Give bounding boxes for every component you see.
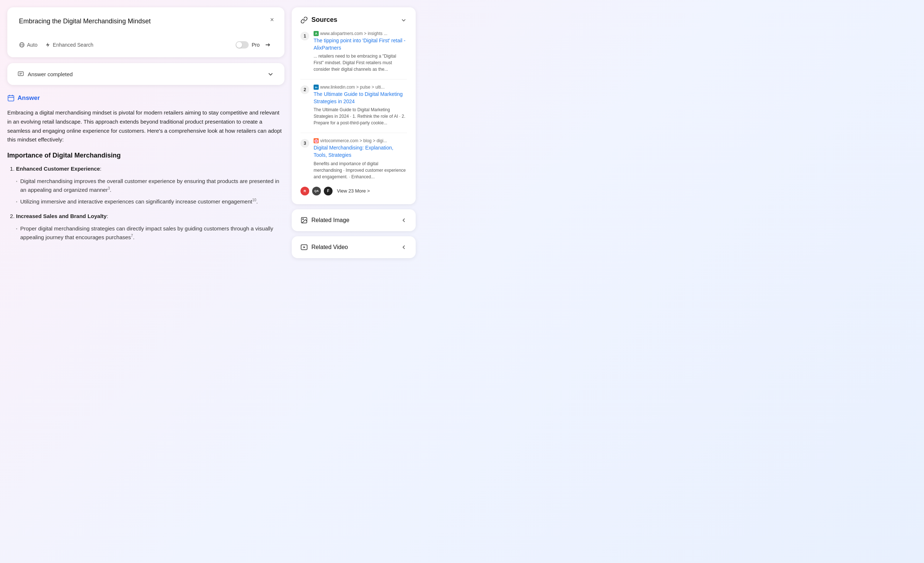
source-number-1: 1	[300, 32, 309, 41]
pro-toggle[interactable]	[236, 41, 249, 48]
source-item-1: 1 A www.alixpartners.com > insights ... …	[300, 31, 407, 72]
search-toolbar: Auto Enhanced Search Pro	[19, 40, 273, 50]
source-domain-3: 🌸 virtocommerce.com > blog > digi...	[314, 138, 407, 143]
source-favicon-1: A	[314, 31, 319, 36]
chevron-down-sources-icon[interactable]	[400, 17, 407, 23]
avatar-red: R	[300, 187, 309, 195]
source-favicon-2: in	[314, 85, 319, 90]
sub-bullets-2: Proper digital merchandising strategies …	[16, 224, 284, 242]
svg-marker-11	[303, 246, 305, 248]
source-snippet-2: The Ultimate Guide to Digital Marketing …	[314, 107, 407, 126]
sources-title: Sources	[311, 16, 337, 24]
list-item: Increased Sales and Brand Loyalty: Prope…	[16, 212, 284, 242]
enhanced-search-label: Enhanced Search	[53, 42, 93, 48]
avatar-f: F	[324, 187, 333, 195]
search-card: Embracing the Digital Merchandising Mind…	[7, 7, 284, 57]
chevron-down-icon	[267, 71, 274, 78]
source-content-1: A www.alixpartners.com > insights ... Th…	[314, 31, 407, 72]
view-more-link[interactable]: View 23 More >	[337, 188, 370, 194]
sidebar: Sources 1 A www.alixpartners.com > insig…	[292, 7, 416, 556]
source-number-2: 2	[300, 85, 309, 94]
lightning-icon	[45, 42, 51, 48]
source-link-3[interactable]: Digital Merchandising: Explanation, Tool…	[314, 144, 407, 159]
source-domain-1: A www.alixpartners.com > insights ...	[314, 31, 407, 36]
answer-section: Answer Embracing a digital merchandising…	[7, 91, 284, 245]
related-image-label: Related Image	[311, 217, 350, 224]
image-icon	[300, 216, 308, 224]
citation-7: 7	[131, 234, 133, 238]
search-card-wrapper: Embracing the Digital Merchandising Mind…	[7, 7, 284, 57]
source-snippet-1: ... retailers need to be embracing a "Di…	[314, 53, 407, 72]
answer-completed-card[interactable]: Answer completed	[7, 63, 284, 85]
list-item: Proper digital merchandising strategies …	[16, 224, 284, 242]
link-icon	[300, 17, 308, 24]
citation-3: 3	[108, 186, 110, 190]
answer-completed-left: Answer completed	[18, 71, 73, 77]
avatar-qa: QA	[312, 187, 321, 195]
related-video-left: Related Video	[300, 243, 348, 251]
source-link-1[interactable]: The tipping point into 'Digital First' r…	[314, 37, 407, 51]
source-item-2: 2 in www.linkedin.com > pulse > ulti... …	[300, 85, 407, 126]
source-domain-2: in www.linkedin.com > pulse > ulti...	[314, 85, 407, 90]
related-video-card[interactable]: Related Video	[292, 236, 416, 258]
main-content: Embracing the Digital Merchandising Mind…	[7, 7, 284, 556]
related-image-left: Related Image	[300, 216, 350, 224]
chevron-left-related-image-icon	[400, 217, 407, 224]
source-divider-1	[300, 79, 407, 80]
citation-10: 10	[252, 198, 256, 202]
related-video-label: Related Video	[311, 244, 348, 251]
item-title-2: Increased Sales and Brand Loyalty	[16, 213, 106, 219]
list-item: Digital merchandising improves the overa…	[16, 177, 284, 194]
sources-header: Sources	[300, 16, 407, 24]
auto-mode-button[interactable]: Auto	[19, 42, 38, 48]
message-icon	[18, 71, 24, 77]
arrow-button[interactable]	[262, 40, 273, 50]
answer-h2: Importance of Digital Merchandising	[7, 152, 284, 159]
pro-toggle-area: Pro	[236, 40, 273, 50]
auto-label: Auto	[27, 42, 38, 48]
svg-rect-3	[18, 72, 23, 76]
pro-label: Pro	[252, 42, 260, 48]
list-item: Enhanced Customer Experience: Digital me…	[16, 164, 284, 206]
svg-point-9	[303, 218, 304, 219]
view-more-row: R QA F View 23 More >	[300, 187, 407, 195]
source-content-2: in www.linkedin.com > pulse > ulti... Th…	[314, 85, 407, 126]
enhanced-search-button[interactable]: Enhanced Search	[45, 42, 93, 48]
answer-intro: Embracing a digital merchandising mindse…	[7, 108, 284, 144]
list-item: Utilizing immersive and interactive expe…	[16, 197, 284, 206]
answer-list: Enhanced Customer Experience: Digital me…	[7, 164, 284, 242]
sources-card: Sources 1 A www.alixpartners.com > insig…	[292, 7, 416, 204]
video-icon	[300, 243, 308, 251]
answer-label: Answer	[7, 95, 284, 102]
item-title-1: Enhanced Customer Experience	[16, 165, 100, 172]
sub-bullets-1: Digital merchandising improves the overa…	[16, 177, 284, 206]
source-item-3: 3 🌸 virtocommerce.com > blog > digi... D…	[300, 138, 407, 180]
chevron-left-related-video-icon	[400, 244, 407, 251]
svg-rect-4	[8, 96, 14, 101]
calendar-icon	[7, 95, 15, 102]
close-button[interactable]: ×	[267, 15, 277, 25]
source-snippet-3: Benefits and importance of digital merch…	[314, 161, 407, 180]
answer-completed-label: Answer completed	[28, 71, 73, 77]
source-favicon-3: 🌸	[314, 138, 319, 143]
globe-icon	[19, 42, 25, 48]
source-link-2[interactable]: The Ultimate Guide to Digital Marketing …	[314, 91, 407, 105]
source-number-3: 3	[300, 139, 309, 148]
source-divider-2	[300, 133, 407, 133]
search-title: Embracing the Digital Merchandising Mind…	[19, 18, 273, 25]
sources-title-row: Sources	[300, 16, 337, 24]
related-image-card[interactable]: Related Image	[292, 209, 416, 231]
source-content-3: 🌸 virtocommerce.com > blog > digi... Dig…	[314, 138, 407, 180]
